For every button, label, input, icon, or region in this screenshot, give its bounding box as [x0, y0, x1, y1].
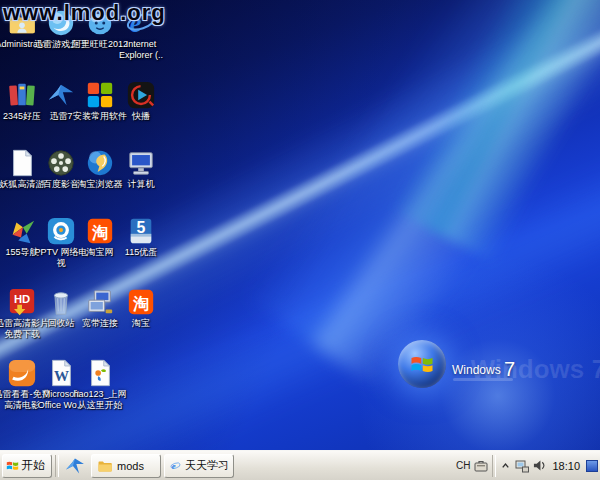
my-computer-icon	[126, 148, 156, 178]
network-icon[interactable]	[515, 459, 529, 473]
svg-text:淘: 淘	[132, 295, 149, 312]
desktop-icon-label: 115优蛋	[111, 247, 171, 258]
wallpaper-light-beam	[274, 0, 600, 325]
svg-text:HD: HD	[14, 293, 30, 305]
desktop-icon-hao123[interactable]: hao123_上网从这里开始	[70, 358, 130, 411]
windows7-branding: Windows 7 Windows 7	[380, 332, 600, 422]
screen: Windows 7 Windows 7 Administrator迅雷游戏盒子阿…	[0, 0, 600, 480]
folder-icon	[97, 458, 113, 474]
site-watermark: www.lmod.org	[3, 0, 166, 26]
tray-separator	[492, 455, 496, 477]
desktop-icon-computer[interactable]: 计算机	[111, 148, 171, 190]
windows-start-icon	[6, 459, 19, 472]
windows-flag-icon	[410, 352, 434, 376]
desktop-icon-label: 淘宝	[111, 318, 171, 329]
taskbar: 开始 mods e 天天学习 - ... CH	[0, 450, 600, 480]
ime-language-indicator[interactable]: CH	[456, 460, 470, 471]
taobao-tao-icon: 淘	[126, 287, 156, 317]
desktop-icon-label: hao123_上网从这里开始	[70, 389, 130, 411]
keyboard-ime-icon[interactable]	[474, 459, 488, 473]
quick-launch-xunlei[interactable]	[62, 453, 88, 479]
windows-orb-logo	[398, 340, 446, 388]
desktop[interactable]: Windows 7 Windows 7 Administrator迅雷游戏盒子阿…	[0, 0, 600, 450]
system-tray: CH	[456, 451, 600, 480]
task-button-mods[interactable]: mods	[91, 454, 161, 478]
hao123-page-icon	[85, 358, 115, 388]
start-label: 开始	[21, 457, 45, 474]
windows7-subtext-line	[453, 378, 513, 381]
ie-e-icon: e	[170, 458, 181, 474]
taskbar-divider	[55, 455, 59, 477]
qvod-player-icon	[126, 80, 156, 110]
task-label: 天天学习 - ...	[185, 458, 228, 473]
volume-icon[interactable]	[533, 459, 546, 472]
start-button[interactable]: 开始	[2, 454, 52, 478]
svg-text:W: W	[54, 368, 69, 384]
desktop-icon-115-udan[interactable]: 5115优蛋	[111, 216, 171, 258]
desktop-icon-label: 计算机	[111, 179, 171, 190]
desktop-icon-taobao[interactable]: 淘淘宝	[111, 287, 171, 329]
xunlei-bird-icon	[64, 455, 86, 477]
task-button-tiantianxuexi[interactable]: e 天天学习 - ...	[164, 454, 234, 478]
desktop-icon-qvod-player[interactable]: 快播	[111, 80, 171, 122]
taskbar-clock[interactable]: 18:10	[552, 460, 580, 472]
svg-text:e: e	[172, 461, 176, 471]
show-hidden-icons-chevron[interactable]	[500, 460, 511, 471]
svg-text:淘: 淘	[91, 224, 108, 241]
disk-115-icon: 5	[126, 216, 156, 246]
desktop-icon-label: 快播	[111, 111, 171, 122]
desktop-icon-label: Internet Explorer (..	[111, 39, 171, 61]
svg-text:5: 5	[137, 219, 146, 236]
tray-app-icon[interactable]	[586, 460, 598, 472]
task-label: mods	[117, 460, 144, 472]
